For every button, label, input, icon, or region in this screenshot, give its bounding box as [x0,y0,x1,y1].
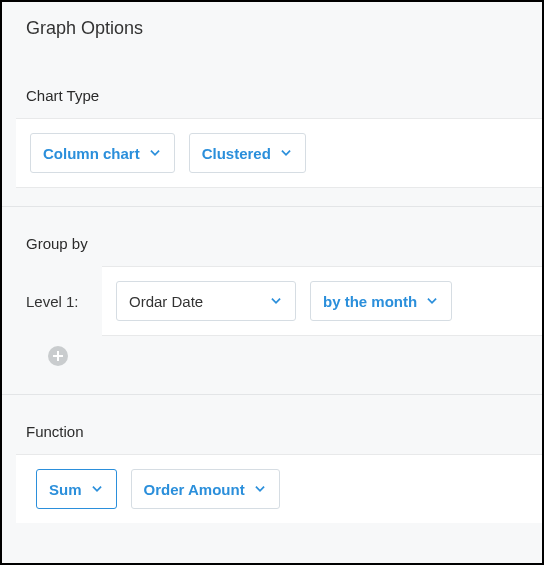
group-by-controls: Ordar Date by the month [102,266,542,336]
chevron-down-icon [425,294,439,308]
group-by-field-dropdown[interactable]: Ordar Date [116,281,296,321]
add-level-button[interactable] [48,346,68,366]
chart-type-dropdown[interactable]: Column chart [30,133,175,173]
function-label: Function [2,395,542,454]
graph-options-panel: Graph Options Chart Type Column chart Cl… [0,0,544,565]
aggregate-dropdown[interactable]: Sum [36,469,117,509]
target-field-dropdown[interactable]: Order Amount [131,469,280,509]
chart-layout-value: Clustered [202,145,271,162]
group-by-level-row: Level 1: Ordar Date by the month [2,266,542,336]
group-by-bucket-dropdown[interactable]: by the month [310,281,452,321]
chevron-down-icon [90,482,104,496]
target-field-value: Order Amount [144,481,245,498]
function-section: Function Sum Order Amount [2,395,542,523]
group-by-section: Group by Level 1: Ordar Date by the mont… [2,207,542,376]
chart-type-section: Chart Type Column chart Clustered [2,47,542,188]
function-row: Sum Order Amount [16,454,542,523]
panel-title: Graph Options [2,2,542,47]
chart-type-row: Column chart Clustered [16,118,542,188]
chart-type-value: Column chart [43,145,140,162]
level-1-label: Level 1: [26,293,79,310]
chevron-down-icon [279,146,293,160]
group-by-label: Group by [2,207,542,266]
group-by-bucket-value: by the month [323,293,417,310]
chevron-down-icon [253,482,267,496]
chevron-down-icon [148,146,162,160]
plus-icon [53,347,63,365]
add-level-row [2,336,542,376]
chevron-down-icon [269,294,283,308]
chart-layout-dropdown[interactable]: Clustered [189,133,306,173]
chart-type-label: Chart Type [2,47,542,118]
aggregate-value: Sum [49,481,82,498]
group-by-field-value: Ordar Date [129,293,203,310]
